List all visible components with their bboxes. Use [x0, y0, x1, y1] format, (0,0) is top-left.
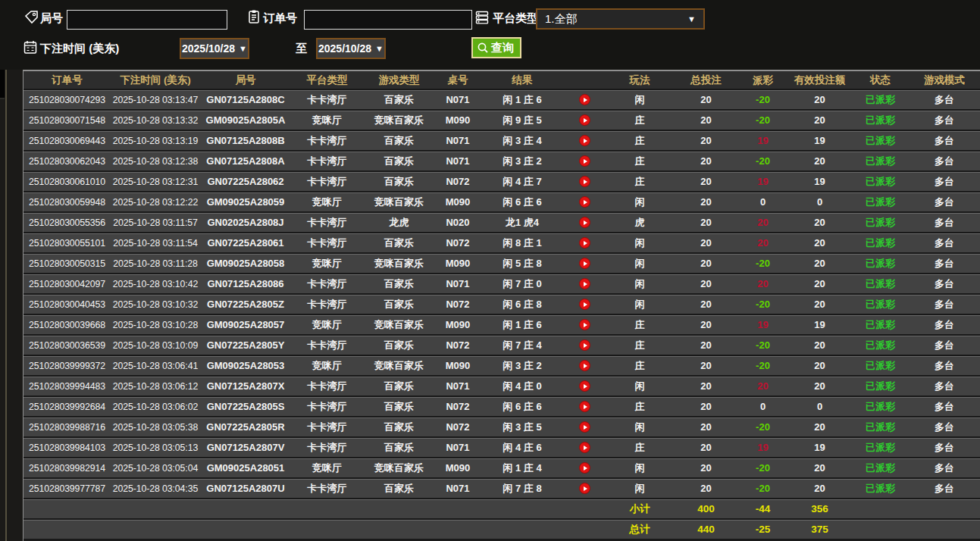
cell-game-mode: 多台: [909, 441, 980, 455]
cell-table-no: N071: [435, 380, 481, 392]
order-no-input[interactable]: [304, 10, 472, 30]
play-icon[interactable]: [579, 401, 590, 412]
cell-bet-type: 闲: [606, 277, 674, 291]
cell-payout: 19: [738, 442, 787, 453]
cell-payout: 0: [738, 401, 787, 412]
cell-game-type: 百家乐: [363, 236, 435, 250]
table-row: 2510280300715482025-10-28 03:13:32GM0902…: [23, 109, 980, 130]
to-label: 至: [296, 42, 307, 56]
date-from-select[interactable]: 2025/10/28 ▼: [180, 38, 249, 59]
play-icon[interactable]: [579, 462, 590, 474]
cell-game-mode: 多台: [909, 482, 980, 496]
play-triangle: [584, 486, 587, 491]
cell-bet-type: 虎: [606, 216, 674, 230]
play-icon[interactable]: [579, 258, 590, 269]
cell-game-mode: 多台: [909, 114, 980, 127]
cell-table-no: M090: [435, 196, 481, 208]
cell-platform-type: 卡卡湾厅: [291, 155, 363, 168]
cell-bet-time: 2025-10-28 03:06:12: [111, 381, 200, 392]
play-triangle: [584, 118, 587, 123]
cell-total-bet: 20: [674, 217, 738, 228]
date-to-select[interactable]: 2025/10/28 ▼: [316, 38, 386, 59]
cell-status: 已派彩: [852, 461, 909, 475]
server-icon: [474, 10, 490, 25]
play-icon[interactable]: [579, 380, 590, 392]
game-no-input[interactable]: [67, 10, 227, 30]
play-triangle: [584, 139, 587, 143]
cell-game-no: GN07225A28062: [200, 176, 291, 187]
calendar-icon: [23, 39, 38, 55]
cell-order-no: 251028030055356: [23, 217, 111, 228]
play-icon[interactable]: [579, 176, 590, 187]
cell-total-bet: 20: [674, 299, 738, 310]
cell-bet-time: 2025-10-28 03:04:35: [111, 483, 200, 494]
header-bet-type: 玩法: [606, 73, 674, 87]
cell-game-type: 竞咪百家乐: [363, 195, 435, 209]
cell-status: 已派彩: [852, 318, 909, 332]
cell-bet-time: 2025-10-28 03:11:28: [111, 258, 200, 269]
cell-bet-type: 庄: [606, 441, 674, 455]
play-triangle: [584, 343, 587, 348]
table-row: 2510280399829142025-10-28 03:05:04GM0902…: [23, 457, 980, 477]
cell-order-no: 251028030040453: [23, 299, 111, 310]
cell-game-mode: 多台: [909, 195, 980, 209]
play-icon[interactable]: [579, 319, 590, 330]
play-icon[interactable]: [579, 217, 590, 228]
cell-result: 闲 3 庄 2: [481, 155, 564, 168]
play-icon[interactable]: [579, 135, 590, 146]
play-icon[interactable]: [579, 360, 590, 371]
query-button[interactable]: 查询: [471, 37, 521, 58]
cell-payout: 20: [738, 217, 787, 228]
header-result: 结果: [481, 73, 564, 87]
play-icon[interactable]: [579, 442, 590, 453]
cell-game-type: 竞咪百家乐: [363, 318, 435, 332]
play-triangle: [584, 364, 587, 368]
play-icon[interactable]: [579, 299, 590, 310]
cell-game-type: 龙虎: [363, 216, 435, 230]
play-icon[interactable]: [579, 339, 590, 351]
cell-bet-time: 2025-10-28 03:11:54: [111, 238, 200, 249]
header-status: 状态: [852, 73, 909, 87]
subtotal-total-bet: 400: [674, 503, 738, 514]
play-triangle: [584, 241, 587, 245]
cell-replay: [564, 299, 606, 310]
play-triangle: [584, 446, 587, 450]
play-icon[interactable]: [579, 155, 590, 167]
cell-bet-time: 2025-10-28 03:13:19: [111, 136, 200, 146]
cell-platform-type: 卡卡湾厅: [291, 441, 363, 455]
cell-game-no: GN07125A2807U: [200, 483, 291, 494]
play-icon[interactable]: [579, 196, 590, 208]
play-triangle: [584, 282, 587, 286]
grand-total-label: 总计: [606, 523, 674, 536]
cell-payout: 19: [738, 135, 787, 146]
cell-replay: [564, 483, 606, 494]
play-icon[interactable]: [579, 421, 590, 433]
cell-status: 已派彩: [852, 380, 909, 393]
cell-total-bet: 20: [674, 135, 738, 146]
bet-time-label: 下注时间 (美东): [40, 42, 119, 56]
cell-result: 闲 4 庄 0: [481, 380, 564, 393]
header-platform-type: 平台类型: [291, 73, 363, 87]
cell-bet-type: 闲: [606, 236, 674, 250]
play-icon[interactable]: [579, 278, 590, 289]
grand-total-payout: -25: [738, 524, 787, 535]
cell-table-no: N072: [435, 339, 481, 351]
cell-total-bet: 20: [674, 401, 738, 412]
cell-game-type: 百家乐: [363, 421, 435, 434]
platform-type-select[interactable]: 1.全部 ▼: [536, 8, 705, 30]
play-icon[interactable]: [579, 114, 590, 126]
platform-type-value: 1.全部: [545, 12, 578, 27]
play-icon[interactable]: [579, 483, 590, 494]
cell-result: 闲 7 庄 8: [481, 482, 564, 496]
cell-status: 已派彩: [852, 195, 909, 209]
cell-order-no: 251028030071548: [23, 115, 111, 126]
cell-replay: [564, 155, 606, 167]
cell-bet-time: 2025-10-28 03:05:38: [111, 422, 200, 433]
play-icon[interactable]: [579, 94, 590, 105]
cell-bet-type: 闲: [606, 298, 674, 311]
cell-valid-bet: 20: [787, 299, 852, 310]
table-row: 2510280300553562025-10-28 03:11:57GN0202…: [23, 211, 980, 232]
cell-order-no: 251028030039668: [23, 320, 111, 330]
play-icon[interactable]: [579, 237, 590, 249]
cell-payout: -20: [738, 462, 787, 474]
